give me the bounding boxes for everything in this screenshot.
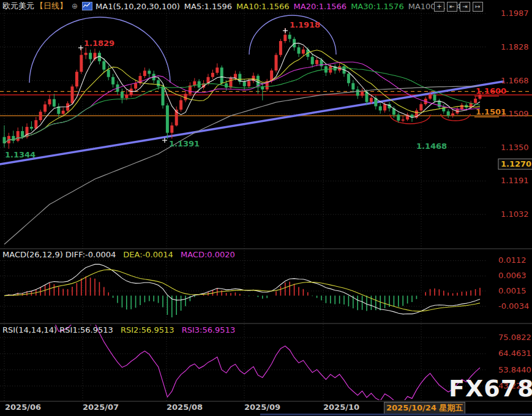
candle <box>370 98 373 102</box>
candle <box>111 77 114 85</box>
rsi2-value: RSI2:56.9513 <box>121 325 174 335</box>
bottom-scrollbar[interactable] <box>260 414 532 415</box>
candle <box>89 53 92 59</box>
candle <box>17 131 20 141</box>
watermark-logo: FX678 <box>449 375 532 402</box>
x-axis-label: 2025/06 <box>5 403 41 412</box>
shift-right-icon[interactable]: ↦ <box>473 2 483 12</box>
chart-canvas[interactable]: 1.19871.18281.16681.15091.13501.11911.10… <box>0 0 532 416</box>
price-annotation: 1.1829 <box>84 39 114 48</box>
candle <box>311 57 314 64</box>
price-annotation: 1.1344 <box>5 150 36 159</box>
candle <box>288 35 291 39</box>
price-tag: 1.1501 <box>476 107 506 116</box>
ma100-line <box>4 86 480 244</box>
candle <box>21 131 24 137</box>
candle <box>275 55 278 70</box>
candle <box>247 81 250 86</box>
candle <box>283 35 287 41</box>
macd-axis-label: -0.0034 <box>498 301 529 311</box>
ma20-value: MA20:1.1566 <box>294 2 347 11</box>
candle <box>351 83 354 89</box>
ma5-line <box>4 43 480 143</box>
candle <box>34 120 37 129</box>
macd-panel-header: MACD(26,12,9) DIFF:-0.0004 DEA:-0.0014 M… <box>2 250 235 259</box>
price-axis-label: 1.1350 <box>501 143 529 152</box>
candle <box>447 112 450 116</box>
rsi-axis-label: 53.8440 <box>498 365 531 374</box>
ma10-value: MA10:1.1566 <box>236 2 290 11</box>
period-label[interactable]: 【日线】 <box>36 1 67 12</box>
ma30-value: MA30:1.1576 <box>351 2 404 11</box>
x-axis-label: 2025/09 <box>244 403 280 412</box>
candle <box>121 92 124 98</box>
macd-axis-label: 0.0112 <box>498 255 526 265</box>
trend-line <box>0 81 503 164</box>
price-axis-label: 1.1032 <box>501 210 529 219</box>
candle <box>419 104 422 110</box>
rsi-panel-header: RSI(14,14,14) RSI1:56.9513 RSI2:56.9513 … <box>2 325 235 335</box>
price-axis-label: 1.1191 <box>501 176 529 185</box>
candle <box>402 119 405 121</box>
candle <box>383 104 386 110</box>
expand-icon[interactable]: ⊕ <box>72 2 78 10</box>
candle <box>80 55 83 72</box>
candle <box>347 74 350 83</box>
candle <box>157 80 160 86</box>
price-annotation: 1.1468 <box>416 142 447 151</box>
candle <box>125 95 128 98</box>
candle <box>102 61 105 70</box>
candle <box>48 99 51 105</box>
candle <box>53 99 56 107</box>
symbol-name: 欧元美元 <box>2 1 34 12</box>
candle <box>329 66 332 72</box>
x-axis-label: 2025/08 <box>167 403 203 412</box>
candle <box>211 73 214 77</box>
candle <box>148 70 151 74</box>
chart-app: 1.19871.18281.16681.15091.13501.11911.10… <box>0 0 532 416</box>
macd-axis-label: 0.0015 <box>498 286 526 295</box>
candle <box>225 83 228 88</box>
price-axis-label: 1.1828 <box>501 42 529 51</box>
ma-settings-label: MA1(5,10,20,30,100) <box>96 2 180 11</box>
candle <box>30 127 33 129</box>
candle <box>71 86 74 103</box>
ma5-value: MA5:1.1596 <box>184 2 232 11</box>
price-axis-label: 1.1987 <box>501 9 529 18</box>
x-axis: 2025/062025/072025/082025/092025/102025/… <box>0 402 532 412</box>
rsi-axis-label: 64.4631 <box>498 349 531 358</box>
candle <box>438 101 441 107</box>
candle <box>234 74 237 78</box>
scale-left-icon[interactable]: ⇤ <box>447 2 457 12</box>
candle <box>298 47 301 53</box>
rsi-axis-label: 75.0822 <box>498 333 531 342</box>
candle <box>220 67 223 83</box>
candle <box>243 82 246 86</box>
line-chart-icon[interactable] <box>82 2 92 10</box>
candle <box>84 53 88 55</box>
alert-level-label: 1.1270 <box>501 159 531 168</box>
top-toolbar: 欧元美元【日线】 ⊕ MA1(5,10,20,30,100) MA5:1.159… <box>2 1 466 11</box>
candle <box>170 126 173 133</box>
candle <box>75 72 78 86</box>
candle <box>134 83 137 89</box>
rsi1-value: RSI(14,14,14) RSI1:56.9513 <box>2 325 113 335</box>
candle <box>193 81 196 86</box>
candle <box>215 67 219 73</box>
macd-axis-label: 0.0063 <box>498 271 526 280</box>
candle <box>62 111 65 114</box>
x-axis-label: 2025/10 <box>323 403 359 412</box>
candle <box>43 104 47 112</box>
double-bottom-arc <box>441 114 470 121</box>
x-axis-label: 2025/07 <box>83 403 119 412</box>
candle <box>230 78 233 87</box>
price-tag: 1.1600 <box>476 86 506 96</box>
pan-icon[interactable]: + <box>434 2 444 12</box>
scale-right-icon[interactable]: ⇥ <box>460 2 470 12</box>
candle <box>143 70 146 76</box>
rsi3-value: RSI3:56.9513 <box>182 325 236 335</box>
candle <box>315 60 318 64</box>
x-axis-current-date: 2025/10/24 星期五 <box>384 402 465 414</box>
candle <box>107 70 110 77</box>
candle <box>356 89 359 96</box>
